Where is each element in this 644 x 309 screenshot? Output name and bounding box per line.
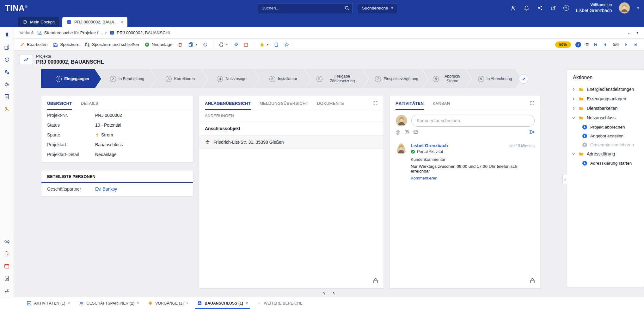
stage-edit-expand-button[interactable] bbox=[519, 74, 528, 84]
connection-object-row[interactable]: Friedrich-List-Str. 31, 35398 Gießen bbox=[199, 136, 383, 149]
app-logo[interactable]: TINA® bbox=[0, 3, 28, 13]
stage-netzzusage[interactable]: 4Netzzusage bbox=[202, 69, 259, 88]
first-record-icon[interactable] bbox=[593, 42, 598, 47]
mention-at-icon[interactable]: @ bbox=[396, 130, 400, 135]
tab-mein-cockpit[interactable]: Mein Cockpit bbox=[18, 17, 59, 27]
close-icon[interactable]: × bbox=[186, 301, 188, 306]
lock-button[interactable]: ▾ bbox=[260, 42, 268, 47]
refresh-button[interactable] bbox=[203, 42, 208, 47]
user-search-icon[interactable] bbox=[4, 69, 10, 75]
footer-tab-vorgaenge[interactable]: VORGÄNGE (1) × bbox=[146, 297, 190, 309]
footer-tab-aktivitaeten[interactable]: AKTIVITÄTEN (1) × bbox=[25, 297, 72, 309]
copy-pages-icon[interactable] bbox=[4, 44, 10, 50]
comment-input[interactable] bbox=[411, 115, 535, 127]
swap-arrows-icon[interactable] bbox=[4, 287, 10, 294]
comment-action-link[interactable]: Kommentieren bbox=[411, 176, 535, 180]
action-adressklaerung-starten[interactable]: Adressklärung starten bbox=[567, 159, 644, 167]
info-icon[interactable]: i bbox=[575, 42, 581, 47]
save-button[interactable]: Speichern bbox=[53, 42, 79, 47]
actions-panel-collapse-button[interactable]: › bbox=[562, 174, 567, 184]
collapse-up-icon[interactable]: ∧ bbox=[332, 291, 335, 295]
expand-card-icon[interactable] bbox=[530, 101, 535, 105]
bookmark-icon[interactable] bbox=[4, 32, 10, 38]
tab-aenderungen[interactable]: ÄNDERUNGEN bbox=[205, 114, 234, 118]
tab-details[interactable]: DETAILS bbox=[81, 96, 98, 110]
history-dropdown-icon[interactable]: ▾ bbox=[636, 31, 638, 35]
tasks-clipboard-icon[interactable] bbox=[4, 250, 10, 257]
stage-korrekturen[interactable]: 3Korrekturen bbox=[150, 69, 207, 88]
search-icon[interactable] bbox=[344, 5, 350, 11]
action-group-erzeugungsanlagen[interactable]: Erzeugungsanlagen bbox=[567, 94, 644, 104]
stage-installateur[interactable]: 5Installateur bbox=[254, 69, 310, 88]
settings-gear-icon[interactable] bbox=[4, 81, 10, 87]
previous-record-icon[interactable] bbox=[603, 42, 608, 47]
last-record-icon[interactable] bbox=[633, 42, 638, 47]
send-comment-icon[interactable] bbox=[529, 129, 535, 135]
history-clock-icon[interactable] bbox=[4, 56, 10, 63]
report-document-icon[interactable] bbox=[4, 93, 10, 100]
tab-dokumente[interactable]: DOKUMENTE bbox=[317, 96, 344, 110]
attachment-button[interactable] bbox=[233, 42, 238, 47]
stage-in-bearbeitung[interactable]: 2In Bearbeitung bbox=[96, 69, 156, 88]
close-icon[interactable]: × bbox=[246, 301, 248, 306]
duplicate-button[interactable]: ▾ bbox=[188, 42, 197, 47]
help-icon[interactable]: ? bbox=[563, 5, 569, 11]
user-avatar[interactable] bbox=[619, 2, 630, 14]
breadcrumb-item-project[interactable]: PRJ 0000002, BAUANSCHL bbox=[110, 30, 171, 35]
favorite-star-icon[interactable] bbox=[284, 42, 289, 47]
search-scope-button[interactable]: Suchbereiche ▾ bbox=[358, 3, 397, 13]
stage-einspeiseverguetung[interactable]: 7Einspeisevergütung bbox=[363, 69, 428, 88]
save-close-button[interactable]: Speichern und schließen bbox=[85, 42, 139, 47]
share-icon[interactable] bbox=[537, 5, 543, 11]
tab-project-document[interactable]: PRJ 0000002, BAUA... × bbox=[62, 17, 127, 27]
stage-abbruch-storno[interactable]: 8Abbruch/ Storno bbox=[422, 69, 471, 88]
history-back-icon[interactable]: ← bbox=[627, 30, 631, 35]
footer-tab-bauanschluss[interactable]: BAUANSCHLUSS (1) × bbox=[195, 297, 250, 309]
print-button[interactable]: ▾ bbox=[219, 42, 228, 47]
tab-meldungsuebersicht[interactable]: MELDUNGSÜBERSICHT bbox=[260, 96, 308, 110]
protected-lock-icon[interactable] bbox=[372, 277, 379, 284]
preview-eye-star-icon[interactable] bbox=[4, 238, 10, 244]
action-group-energiedienstleistungen[interactable]: Energiedienstleistungen bbox=[567, 85, 644, 94]
new-record-button[interactable]: Neuanlage bbox=[144, 42, 172, 47]
close-icon[interactable]: × bbox=[137, 301, 139, 306]
action-projekt-abbrechen[interactable]: Projekt abbrechen bbox=[567, 123, 644, 131]
user-directory-icon[interactable] bbox=[510, 5, 517, 11]
activity-author-link[interactable]: Lisbet Grenzbach bbox=[411, 143, 448, 148]
add-document-button[interactable] bbox=[274, 42, 279, 47]
action-group-netzanschluss[interactable]: Netzanschluss bbox=[567, 113, 644, 123]
user-menu-chevron-icon[interactable]: ▾ bbox=[637, 6, 639, 10]
document-gear-icon[interactable] bbox=[4, 275, 10, 281]
tab-kanban[interactable]: KANBAN bbox=[432, 96, 450, 110]
notifications-bell-icon[interactable] bbox=[524, 5, 530, 11]
tools-icon[interactable] bbox=[4, 106, 10, 112]
stage-in-abrechnung[interactable]: 9In Abrechnung bbox=[466, 69, 521, 88]
menu-icon[interactable]: ≡ bbox=[586, 42, 589, 47]
form-icon[interactable] bbox=[404, 130, 409, 135]
collapse-down-icon[interactable]: ∨ bbox=[323, 291, 326, 295]
calendar-icon[interactable] bbox=[4, 263, 10, 269]
open-external-icon[interactable] bbox=[550, 5, 556, 11]
expand-card-icon[interactable] bbox=[373, 101, 378, 105]
footer-more-areas[interactable]: ⋮ WEITERE BEREICHE bbox=[255, 297, 303, 309]
search-input[interactable] bbox=[258, 6, 344, 10]
stage-eingegangen[interactable]: 1Eingegangen bbox=[41, 69, 101, 88]
protected-lock-icon[interactable] bbox=[529, 277, 536, 284]
tab-uebersicht[interactable]: ÜBERSICHT bbox=[47, 96, 72, 110]
tab-anlagenuebersicht[interactable]: ANLAGENÜBERSICHT bbox=[205, 96, 251, 110]
breadcrumb-item-search[interactable]: Standardsuche für Projekte f... bbox=[37, 30, 102, 35]
close-icon[interactable]: × bbox=[120, 20, 123, 24]
footer-tab-geschaeftspartner[interactable]: GESCHÄFTSPARTNER (2) × bbox=[77, 297, 141, 309]
progress-badge[interactable]: 50% bbox=[555, 41, 571, 48]
action-group-adressklaerung[interactable]: Adressklärung bbox=[567, 149, 644, 159]
edit-button[interactable]: Bearbeiten bbox=[20, 42, 47, 47]
close-icon[interactable]: × bbox=[68, 301, 70, 306]
stage-freigabe-zaehlersetzung[interactable]: 6Freigabe Zählersetzung bbox=[305, 69, 368, 88]
calendar-button[interactable] bbox=[243, 42, 248, 47]
next-record-icon[interactable] bbox=[624, 42, 629, 47]
action-angebot-erstellen[interactable]: Angebot erstellen bbox=[567, 131, 644, 140]
partner-link[interactable]: Evi Banksy bbox=[95, 186, 117, 192]
mail-icon[interactable] bbox=[413, 129, 418, 135]
action-group-dienstbarkeiten[interactable]: Dienstbarkeiten bbox=[567, 104, 644, 113]
delete-button[interactable] bbox=[178, 42, 183, 47]
